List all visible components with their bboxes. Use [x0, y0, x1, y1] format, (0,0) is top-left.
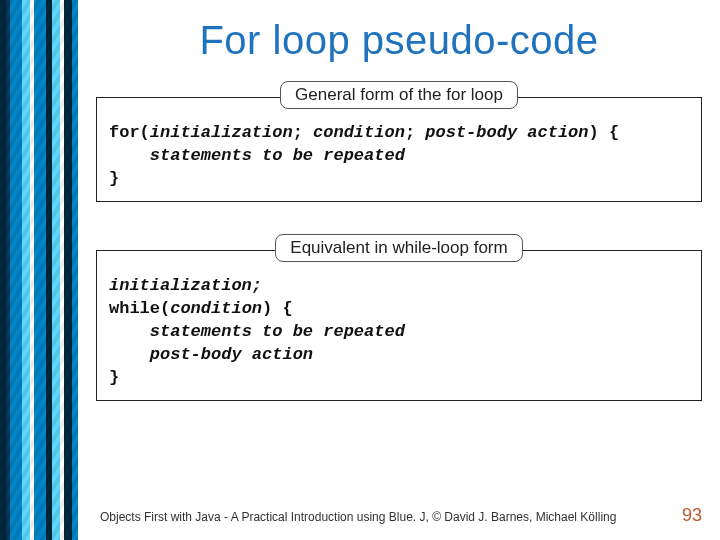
slide: For loop pseudo-code General form of the…: [0, 0, 720, 540]
while-loop-code-block: initialization; while(condition) { state…: [109, 275, 691, 390]
for-loop-panel: General form of the for loop for(initial…: [96, 97, 702, 202]
footer-text: Objects First with Java - A Practical In…: [100, 510, 616, 524]
page-number: 93: [682, 505, 702, 526]
while-loop-panel: Equivalent in while-loop form initializa…: [96, 250, 702, 401]
decorative-feather-strip: [0, 0, 78, 540]
while-loop-panel-label: Equivalent in while-loop form: [275, 234, 522, 262]
for-loop-panel-label: General form of the for loop: [280, 81, 518, 109]
slide-content: For loop pseudo-code General form of the…: [78, 0, 720, 540]
footer: Objects First with Java - A Practical In…: [100, 505, 702, 526]
slide-title: For loop pseudo-code: [96, 18, 702, 63]
for-loop-code-block: for(initialization; condition; post-body…: [109, 122, 691, 191]
